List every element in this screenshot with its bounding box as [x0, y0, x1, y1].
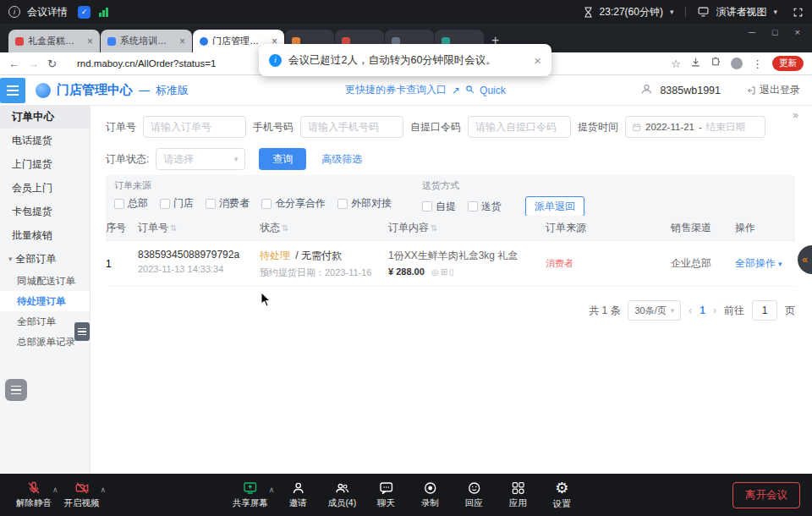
sort-icon[interactable]: ⇅ [431, 223, 437, 233]
view-dropdown-icon[interactable]: ▾ [773, 8, 777, 16]
record-button[interactable]: 录制 [408, 480, 452, 509]
chevron-down-icon: ▾ [778, 260, 782, 268]
app-logo-icon [36, 83, 51, 98]
tab-favicon [15, 37, 24, 46]
sidebar-item-pending-orders[interactable]: 待处理订单 [0, 291, 90, 311]
order-no-input[interactable] [143, 116, 246, 138]
quick-link[interactable]: Quick [480, 85, 506, 96]
security-shield-icon[interactable]: ✓ [78, 6, 91, 19]
order-time: 2023-11-13 14:33:34 [138, 264, 260, 274]
maximize-button[interactable]: □ [772, 27, 778, 37]
meeting-details-label[interactable]: 会议详情 [27, 5, 68, 19]
shared-screen-app: 门店管理中心 — 标准版 更快捷的券卡查询入口 ↗ Quick 8385wb19… [0, 75, 812, 474]
status-badge: 待处理 [260, 250, 290, 261]
next-page-button[interactable]: › [713, 305, 716, 316]
sidebar-drag-handle[interactable] [74, 322, 90, 341]
apps-button[interactable]: 应用 [496, 480, 540, 509]
search-button[interactable]: 查询 [259, 148, 306, 170]
col-action: 操作 [735, 221, 795, 235]
advanced-filter-link[interactable]: 高级筛选 [321, 152, 362, 167]
current-page[interactable]: 1 [700, 305, 705, 316]
video-options-icon[interactable]: ∧ [101, 486, 107, 494]
browser-profile-icon[interactable] [731, 58, 743, 69]
share-screen-button[interactable]: 共享屏幕 [228, 480, 272, 509]
checkbox-hq[interactable]: 总部 [114, 196, 148, 211]
reactions-button[interactable]: 回应 [452, 480, 496, 509]
table-header: 序号 订单号⇅ 状态⇅ 订单内容⇅ 订单来源 销售渠道 操作 [106, 216, 795, 241]
menu-hamburger-icon[interactable] [0, 78, 25, 103]
sort-icon[interactable]: ⇅ [282, 223, 288, 233]
col-content[interactable]: 订单内容⇅ [388, 221, 546, 235]
members-button[interactable]: 成员(4) [320, 480, 364, 509]
back-icon[interactable]: ← [8, 58, 19, 70]
view-mode-icon [698, 7, 709, 17]
col-order-no[interactable]: 订单号⇅ [138, 221, 260, 235]
phone-label: 手机号码 [253, 120, 294, 134]
unmute-button[interactable]: 解除静音 [12, 480, 56, 509]
col-status[interactable]: 状态⇅ [260, 221, 388, 235]
mic-options-icon[interactable]: ∧ [52, 486, 58, 494]
dispatch-return-button[interactable]: 派单退回 [525, 196, 584, 217]
reload-icon[interactable]: ↻ [47, 58, 57, 70]
sidebar-item-door-pickup[interactable]: 上门提货 [0, 152, 90, 176]
checkbox-deliver[interactable]: 送货 [468, 200, 502, 214]
browser-menu-icon[interactable]: ⋮ [752, 58, 763, 70]
order-status-select[interactable]: 请选择 ▾ [156, 148, 245, 170]
date-end-placeholder: 结束日期 [706, 121, 745, 134]
checkbox-consumer[interactable]: 消费者 [206, 196, 250, 211]
logout-button[interactable]: 退出登录 [746, 83, 800, 97]
checkbox-self-pickup[interactable]: 自提 [422, 200, 456, 214]
chat-button[interactable]: 聊天 [364, 480, 408, 509]
bookmark-star-icon[interactable]: ☆ [671, 58, 681, 70]
all-actions-dropdown[interactable]: 全部操作 ▾ [735, 256, 782, 271]
sidebar: 订单中心 电话提货 上门提货 会员上门 卡包提货 批量核销 ▾ 全部订单 同城配… [0, 106, 91, 474]
browser-tab-2[interactable]: 系统培训学习 × [101, 30, 192, 52]
start-video-button[interactable]: 开启视频 [60, 480, 104, 509]
browser-tab-1[interactable]: 礼盒蛋糕平台管理中心 × [8, 30, 100, 52]
collapse-panel-icon[interactable]: » [793, 109, 798, 121]
leave-meeting-button[interactable]: 离开会议 [732, 482, 800, 508]
checkbox-share-coop[interactable]: 仓分享合作 [261, 196, 326, 211]
meeting-toast: i 会议已超过2人，自动转为60分钟限时会议。 × [259, 44, 551, 76]
sidebar-item-member-visit[interactable]: 会员上门 [0, 176, 90, 200]
invite-button[interactable]: 邀请 [276, 480, 320, 509]
timer-dropdown-icon[interactable]: ▾ [670, 8, 674, 16]
sidebar-group-all-orders[interactable]: ▾ 全部订单 [0, 247, 90, 271]
toast-close-icon[interactable]: × [534, 53, 541, 68]
chrome-update-button[interactable]: 更新 [772, 56, 804, 71]
settings-button[interactable]: ⚙ 设置 [540, 480, 584, 510]
row-index: 1 [106, 241, 138, 286]
tab-close-icon[interactable]: × [87, 36, 93, 47]
checkbox-icon [206, 199, 216, 209]
window-close-button[interactable]: × [795, 27, 800, 37]
sidebar-item-local-delivery[interactable]: 同城配送订单 [0, 271, 90, 291]
forward-icon[interactable]: → [28, 58, 39, 70]
col-channel: 销售渠道 [671, 221, 735, 235]
tab-close-icon[interactable]: × [179, 36, 185, 47]
sales-channel: 企业总部 [671, 256, 711, 271]
reaction-smiley-icon [466, 480, 481, 496]
extensions-icon[interactable] [710, 57, 721, 70]
row-status-cell: 待处理 / 无需付款 预约提货日期：2023-11-16 [260, 241, 388, 286]
date-range-picker[interactable]: 2022-11-21 - 结束日期 [625, 116, 765, 138]
pickup-code-input[interactable] [468, 116, 571, 138]
coupon-query-link[interactable]: 更快捷的券卡查询入口 [345, 83, 447, 97]
share-options-icon[interactable]: ∧ [269, 486, 275, 494]
page-size-select[interactable]: 30条/页 ▾ [628, 300, 681, 321]
minimize-button[interactable]: ─ [749, 27, 755, 37]
fullscreen-icon[interactable] [793, 7, 804, 18]
prev-page-button[interactable]: ‹ [689, 305, 692, 316]
download-icon[interactable] [690, 57, 701, 70]
floating-list-button[interactable] [5, 379, 27, 401]
sidebar-item-batch-verify[interactable]: 批量核销 [0, 223, 90, 247]
sidebar-item-phone-pickup[interactable]: 电话提货 [0, 129, 90, 152]
checkbox-store[interactable]: 门店 [160, 196, 194, 211]
phone-input[interactable] [300, 116, 403, 138]
checkbox-external[interactable]: 外部对接 [337, 196, 392, 211]
sidebar-item-card-pickup[interactable]: 卡包提货 [0, 200, 90, 223]
sort-icon[interactable]: ⇅ [170, 223, 177, 233]
goto-page-input[interactable] [752, 300, 777, 321]
info-icon: i [269, 54, 282, 67]
view-mode-label[interactable]: 演讲者视图 [716, 5, 766, 19]
meeting-info-icon[interactable]: i [8, 6, 20, 18]
